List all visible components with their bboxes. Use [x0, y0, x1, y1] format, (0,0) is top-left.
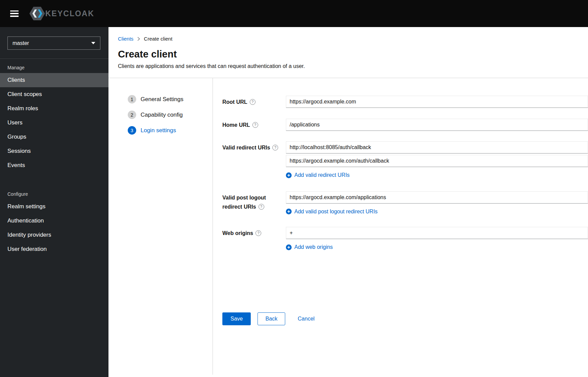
nav-group-manage: Manage Clients Client scopes Realm roles… [0, 59, 108, 172]
step-label: General Settings [141, 96, 183, 103]
add-valid-redirect-uris-link[interactable]: Add valid redirect URIs [286, 172, 350, 178]
breadcrumb-separator-icon [137, 37, 140, 41]
sidebar-item-events[interactable]: Events [0, 158, 108, 172]
chevron-down-icon [91, 42, 95, 45]
hamburger-icon [10, 10, 19, 12]
add-web-origins-link[interactable]: Add web origins [286, 244, 333, 250]
sidebar-item-authentication[interactable]: Authentication [0, 214, 108, 228]
nav-group-configure: Configure Realm settings Authentication … [0, 185, 108, 256]
valid-redirect-uris-field-row: Valid redirect URIs? Add valid redirect … [222, 141, 588, 180]
masthead: KEYCLOAK [0, 0, 588, 27]
web-origins-field-row: Web origins? Add web origins [222, 227, 588, 252]
step-label: Login settings [141, 127, 176, 134]
wizard-step-general-settings[interactable]: 1 General Settings [128, 95, 213, 103]
wizard-footer: Save Back Cancel [222, 312, 588, 325]
post-logout-redirect-uri-input[interactable] [286, 191, 588, 204]
main-content: Clients Create client Create client Clie… [108, 27, 588, 377]
sidebar-item-groups[interactable]: Groups [0, 130, 108, 144]
nav-group-title: Manage [0, 59, 108, 73]
keycloak-logo-icon [29, 7, 45, 20]
nav-toggle-button[interactable] [10, 10, 19, 17]
back-button[interactable]: Back [258, 312, 285, 325]
step-number-badge: 2 [128, 111, 136, 119]
hamburger-icon [10, 13, 19, 14]
realm-selector-value: master [13, 40, 29, 46]
step-number-badge: 1 [128, 95, 136, 103]
realm-selector[interactable]: master [7, 37, 100, 50]
breadcrumb: Clients Create client [118, 36, 579, 42]
root-url-label: Root URL? [222, 96, 286, 108]
plus-circle-icon [286, 172, 292, 178]
save-button[interactable]: Save [222, 312, 251, 325]
cancel-button[interactable]: Cancel [298, 312, 315, 325]
nav-group-title: Configure [0, 185, 108, 199]
home-url-field-row: Home URL? [222, 119, 588, 131]
page-title: Create client [118, 49, 579, 60]
valid-redirect-uris-label: Valid redirect URIs? [222, 141, 286, 180]
step-label: Capability config [141, 112, 183, 118]
page-subtitle: Clients are applications and services th… [118, 63, 579, 69]
help-icon[interactable]: ? [252, 122, 258, 128]
help-icon[interactable]: ? [255, 230, 261, 236]
post-logout-redirect-uris-label: Valid post logout redirect URIs? [222, 191, 286, 216]
web-origins-label: Web origins? [222, 227, 286, 252]
sidebar-item-realm-settings[interactable]: Realm settings [0, 199, 108, 214]
sidebar-item-client-scopes[interactable]: Client scopes [0, 87, 108, 101]
step-number-badge: 3 [128, 126, 136, 135]
wizard-content: 1 General Settings 2 Capability config 3… [108, 78, 588, 375]
home-url-input[interactable] [286, 119, 588, 131]
root-url-field-row: Root URL? [222, 96, 588, 108]
sidebar: master Manage Clients Client scopes Real… [0, 27, 108, 377]
redirect-uri-input-1[interactable] [286, 141, 588, 154]
hamburger-icon [10, 16, 19, 17]
brand-text: KEYCLOAK [45, 9, 94, 18]
root-url-input[interactable] [286, 96, 588, 108]
sidebar-item-clients[interactable]: Clients [0, 73, 108, 87]
redirect-uri-input-2[interactable] [286, 155, 588, 167]
post-logout-redirect-uris-field-row: Valid post logout redirect URIs? Add val… [222, 191, 588, 216]
plus-circle-icon [286, 209, 292, 214]
keycloak-logo[interactable]: KEYCLOAK [29, 7, 94, 20]
wizard-step-nav: 1 General Settings 2 Capability config 3… [108, 78, 213, 375]
help-icon[interactable]: ? [259, 204, 264, 210]
sidebar-item-identity-providers[interactable]: Identity providers [0, 228, 108, 242]
add-post-logout-redirect-uris-link[interactable]: Add valid post logout redirect URIs [286, 209, 377, 215]
sidebar-item-users[interactable]: Users [0, 116, 108, 130]
page-header: Clients Create client Create client Clie… [108, 27, 588, 69]
breadcrumb-clients-link[interactable]: Clients [118, 36, 133, 42]
help-icon[interactable]: ? [250, 99, 255, 105]
web-origins-input[interactable] [286, 227, 588, 239]
keycloak-admin-console: KEYCLOAK master Manage Clients Client sc… [0, 0, 588, 377]
wizard-step-capability-config[interactable]: 2 Capability config [128, 111, 213, 119]
login-settings-form: Root URL? Home URL? Vali [213, 78, 588, 375]
help-icon[interactable]: ? [272, 145, 278, 150]
sidebar-item-sessions[interactable]: Sessions [0, 144, 108, 158]
sidebar-item-user-federation[interactable]: User federation [0, 242, 108, 256]
sidebar-item-realm-roles[interactable]: Realm roles [0, 101, 108, 116]
wizard-step-login-settings[interactable]: 3 Login settings [128, 126, 213, 135]
breadcrumb-current: Create client [144, 36, 172, 42]
home-url-label: Home URL? [222, 119, 286, 131]
plus-circle-icon [286, 244, 292, 250]
